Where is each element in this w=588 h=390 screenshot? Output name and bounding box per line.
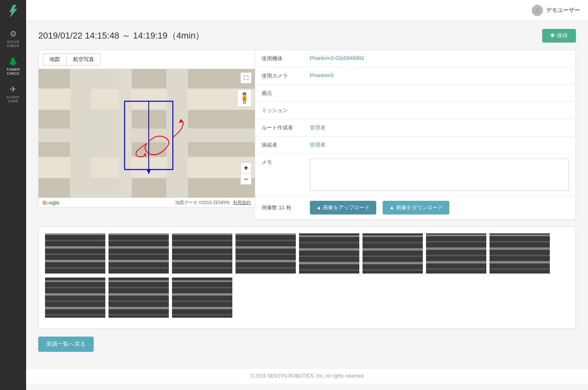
- label-machine: 使用機体: [262, 55, 310, 62]
- info-row-route-creator: ルート作成者 管理者: [255, 119, 576, 137]
- page-content: 2019/01/22 14:15:48 ～ 14:19:19（4min） ✱ 保…: [26, 21, 588, 368]
- street-view-button[interactable]: 🧍: [237, 89, 252, 107]
- label-base: 拠点: [262, 90, 310, 97]
- upload-button[interactable]: ▲ 画像をアップロード: [310, 201, 376, 214]
- gallery-image-8[interactable]: [490, 233, 550, 274]
- sidebar-item-tower-check[interactable]: 🌲 TOWER CHECK: [0, 54, 26, 78]
- map-wrapper: 地図 航空写真: [38, 50, 255, 208]
- image-actions: ▲ 画像をアップロード ▲ 画像をダウンロード: [310, 201, 449, 214]
- map-background: [39, 69, 255, 198]
- tab-aerial[interactable]: 航空写真: [66, 53, 101, 65]
- info-row-camera: 使用カメラ Phantom3: [255, 67, 576, 85]
- gallery-image-6[interactable]: [363, 233, 423, 274]
- expand-icon: ⛶: [244, 75, 248, 81]
- memo-textarea[interactable]: [310, 159, 569, 191]
- value-route-creator: 管理者: [310, 124, 569, 131]
- gallery-image-5[interactable]: [299, 233, 359, 274]
- gallery-image-9[interactable]: [45, 278, 105, 318]
- app-logo[interactable]: [6, 4, 20, 18]
- gear-icon: ⚙: [10, 29, 17, 39]
- map-expand-button[interactable]: ⛶: [240, 72, 252, 84]
- header-bar: デモユーザー: [26, 0, 588, 21]
- gallery-image-4[interactable]: [236, 233, 296, 274]
- map-footer: Google 地図データ ©2019 ZENRIN 利用規約: [39, 198, 255, 207]
- sidebar: ⚙ SOLAR CHECK 🌲 TOWER CHECK ✈ FLIGHT COR…: [0, 0, 26, 390]
- user-area: デモユーザー: [532, 5, 580, 16]
- plane-icon: ✈: [10, 84, 16, 94]
- flight-path: [39, 69, 255, 198]
- user-name: デモユーザー: [546, 7, 580, 14]
- info-row-operator: 操縦者 管理者: [255, 137, 576, 154]
- label-memo: メモ: [262, 159, 310, 166]
- title-row: 2019/01/22 14:15:48 ～ 14:19:19（4min） ✱ 保…: [38, 29, 576, 43]
- info-row-base: 拠点: [255, 85, 576, 102]
- image-count-label: 画像数 11 枚: [262, 204, 310, 211]
- svg-marker-4: [147, 169, 151, 174]
- value-operator: 管理者: [310, 141, 569, 149]
- person-icon: 🧍: [238, 92, 251, 104]
- gallery-image-7[interactable]: [426, 233, 486, 274]
- back-button[interactable]: 実績一覧へ戻る: [38, 337, 94, 352]
- tab-map[interactable]: 地図: [43, 53, 66, 65]
- gallery-image-11[interactable]: [172, 278, 232, 318]
- download-button[interactable]: ▲ 画像をダウンロード: [383, 201, 449, 214]
- svg-point-1: [536, 8, 539, 10]
- map-container: ⛶ 🧍 + −: [39, 69, 255, 198]
- label-camera: 使用カメラ: [262, 72, 310, 80]
- map-tabs: 地図 航空写真: [39, 50, 255, 69]
- label-operator: 操縦者: [262, 141, 310, 149]
- zoom-out-button[interactable]: −: [240, 174, 252, 185]
- usage-link[interactable]: 利用規約: [233, 200, 251, 205]
- value-camera: Phantom3: [310, 72, 569, 78]
- info-wrapper: 使用機体 Phantom3-03z0948992 使用カメラ Phantom3 …: [255, 50, 576, 220]
- label-route-creator: ルート作成者: [262, 124, 310, 131]
- tree-icon: 🌲: [8, 57, 18, 66]
- info-row-memo: メモ: [255, 154, 576, 196]
- gallery-image-2[interactable]: [109, 233, 169, 274]
- info-row-mission: ミッション: [255, 102, 576, 119]
- gallery-section: [38, 227, 576, 329]
- save-button[interactable]: ✱ 保存: [542, 29, 576, 43]
- gallery-image-10[interactable]: [109, 278, 169, 318]
- gallery-row-2: [45, 278, 569, 318]
- gallery-image-1[interactable]: [45, 233, 105, 274]
- label-mission: ミッション: [262, 107, 310, 114]
- sidebar-item-flight-core[interactable]: ✈ FLIGHT CORE: [0, 82, 26, 106]
- map-attribution: 地図データ ©2019 ZENRIN 利用規約: [175, 200, 251, 206]
- info-row-machine: 使用機体 Phantom3-03z0948992: [255, 50, 576, 67]
- footer: © 2019 SENSYN ROBOTICS, Inc. All rights …: [26, 368, 588, 384]
- sidebar-item-solar-check[interactable]: ⚙ SOLAR CHECK: [0, 27, 26, 50]
- image-count-row: 画像数 11 枚 ▲ 画像をアップロード ▲ 画像をダウンロード: [255, 196, 576, 220]
- svg-marker-0: [9, 5, 17, 18]
- gallery-row-1: [45, 233, 569, 274]
- svg-marker-5: [179, 119, 183, 123]
- value-machine: Phantom3-03z0948992: [310, 55, 569, 61]
- main-content: デモユーザー 2019/01/22 14:15:48 ～ 14:19:19（4m…: [26, 0, 588, 390]
- content-area: 地図 航空写真: [38, 50, 576, 220]
- google-logo: Google: [43, 200, 59, 206]
- gallery-image-3[interactable]: [172, 233, 232, 274]
- page-title: 2019/01/22 14:15:48 ～ 14:19:19（4min）: [38, 30, 204, 42]
- avatar: [532, 5, 543, 16]
- zoom-in-button[interactable]: +: [240, 162, 252, 174]
